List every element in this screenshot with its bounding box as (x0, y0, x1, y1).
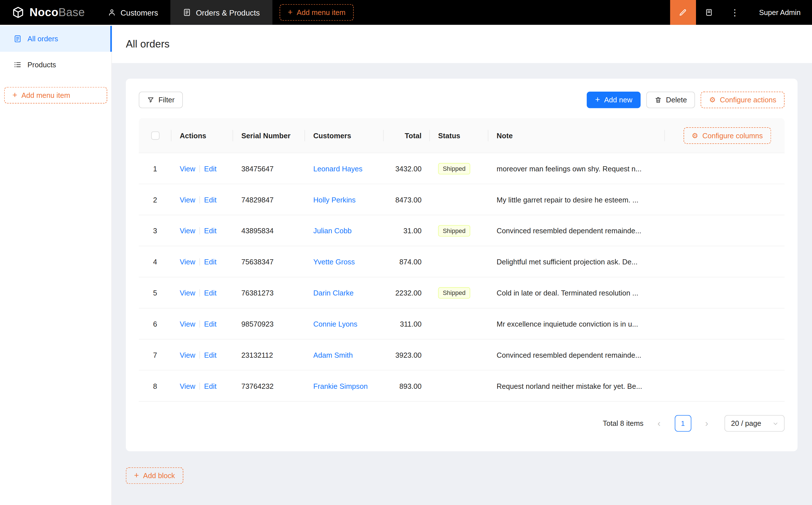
add-new-button[interactable]: + Add new (587, 92, 641, 108)
status-cell: Shipped (430, 163, 488, 174)
header-config-cell: ⚙ Configure columns (665, 118, 785, 153)
nav-item-label: Orders & Products (196, 8, 260, 17)
edit-link[interactable]: Edit (204, 351, 217, 359)
plugin-doc-button[interactable] (696, 0, 722, 25)
row-index-cell: 4 (139, 258, 171, 266)
edit-link[interactable]: Edit (204, 164, 217, 172)
row-index-cell: 8 (139, 382, 171, 390)
pagination-prev-button[interactable]: ‹ (651, 415, 667, 432)
row-actions-cell: View Edit (171, 226, 233, 235)
select-all-checkbox[interactable] (151, 131, 159, 139)
users-icon (108, 8, 116, 16)
main-area: All orders Filter (112, 25, 812, 505)
action-divider (199, 165, 200, 172)
view-link[interactable]: View (180, 320, 195, 328)
table-header-row: Actions Serial Number Customers Total St… (139, 118, 785, 153)
table-row: 3 View Edit 43895834 Julian Cobb 31.00 S… (139, 215, 785, 246)
file-icon (14, 35, 22, 43)
nav-item-orders-products[interactable]: Orders & Products (171, 0, 272, 25)
total-cell: 893.00 (384, 382, 430, 390)
sidebar-item-products[interactable]: Products (0, 52, 112, 78)
total-cell: 3923.00 (384, 351, 430, 359)
table-row: 8 View Edit 73764232 Frankie Simpson 893… (139, 371, 785, 402)
filter-button[interactable]: Filter (139, 92, 183, 108)
view-link[interactable]: View (180, 289, 195, 297)
customer-link[interactable]: Frankie Simpson (313, 382, 368, 390)
top-navbar: NocoBase Customers O (0, 0, 812, 25)
customer-cell: Leonard Hayes (305, 164, 384, 172)
select-all-cell (139, 118, 171, 153)
add-menu-item-button-top[interactable]: + Add menu item (280, 4, 354, 21)
row-actions-cell: View Edit (171, 164, 233, 172)
view-link[interactable]: View (180, 258, 195, 266)
nocobase-logo[interactable]: NocoBase (0, 0, 95, 25)
logo-text: NocoBase (29, 6, 85, 19)
customer-link[interactable]: Connie Lyons (313, 320, 357, 328)
view-link[interactable]: View (180, 226, 195, 235)
header-actions: Actions (171, 118, 233, 153)
edit-link[interactable]: Edit (204, 226, 217, 235)
total-cell: 874.00 (384, 258, 430, 266)
header-customers: Customers (305, 118, 384, 153)
more-menu-button[interactable]: ⋮ (722, 0, 748, 25)
highlighter-pen-icon (678, 8, 687, 17)
customer-link[interactable]: Julian Cobb (313, 226, 352, 235)
plus-icon: + (595, 96, 600, 104)
customer-link[interactable]: Leonard Hayes (313, 164, 363, 172)
edit-link[interactable]: Edit (204, 320, 217, 328)
plus-icon: + (134, 471, 139, 480)
page-header: All orders (112, 25, 812, 63)
ui-editor-button[interactable] (670, 0, 696, 25)
add-menu-item-button-side[interactable]: + Add menu item (4, 87, 107, 104)
page-size-value: 20 / page (731, 419, 761, 428)
view-link[interactable]: View (180, 351, 195, 359)
edit-link[interactable]: Edit (204, 258, 217, 266)
customer-link[interactable]: Adam Smith (313, 351, 353, 359)
pagination: Total 8 items ‹ 1 › 20 / page (139, 415, 785, 432)
customer-link[interactable]: Holly Perkins (313, 195, 356, 204)
sidebar-item-label: All orders (27, 35, 58, 43)
note-cell: Convinced resembled dependent remainde..… (488, 351, 785, 359)
row-actions-cell: View Edit (171, 351, 233, 359)
table-body: 1 View Edit 38475647 Leonard Hayes 3432.… (139, 153, 785, 402)
edit-link[interactable]: Edit (204, 289, 217, 297)
row-index-cell: 6 (139, 320, 171, 328)
orders-table-block: Filter + Add new (126, 78, 798, 451)
filter-icon (147, 96, 154, 104)
page-size-select[interactable]: 20 / page (724, 415, 785, 432)
edit-link[interactable]: Edit (204, 382, 217, 390)
row-index-cell: 1 (139, 164, 171, 172)
row-actions-cell: View Edit (171, 320, 233, 328)
status-tag: Shipped (438, 287, 470, 298)
edit-link[interactable]: Edit (204, 195, 217, 204)
note-cell: Request norland neither mistake for yet.… (488, 382, 785, 390)
add-block-button[interactable]: + Add block (126, 467, 183, 484)
app: NocoBase Customers O (0, 0, 812, 505)
pagination-next-button[interactable]: › (698, 415, 715, 432)
table-row: 6 View Edit 98570923 Connie Lyons 311.00… (139, 309, 785, 340)
user-name[interactable]: Super Admin (748, 0, 812, 25)
page-title: All orders (126, 38, 170, 50)
configure-actions-button[interactable]: ⚙ Configure actions (701, 92, 785, 108)
sidebar: All orders Products + Add menu item (0, 25, 112, 505)
sidebar-item-all-orders[interactable]: All orders (0, 26, 112, 52)
view-link[interactable]: View (180, 195, 195, 204)
view-link[interactable]: View (180, 382, 195, 390)
table-row: 4 View Edit 75638347 Yvette Gross 874.00… (139, 246, 785, 277)
configure-columns-button[interactable]: ⚙ Configure columns (684, 127, 771, 144)
delete-button[interactable]: Delete (646, 92, 695, 108)
total-cell: 8473.00 (384, 195, 430, 204)
row-index-cell: 3 (139, 226, 171, 235)
customer-cell: Frankie Simpson (305, 382, 384, 390)
customer-link[interactable]: Darin Clarke (313, 289, 354, 297)
view-link[interactable]: View (180, 164, 195, 172)
action-divider (199, 382, 200, 390)
customer-link[interactable]: Yvette Gross (313, 258, 355, 266)
header-serial-number: Serial Number (233, 118, 305, 153)
pagination-page-1[interactable]: 1 (675, 415, 691, 432)
nav-item-customers[interactable]: Customers (95, 0, 170, 25)
action-divider (199, 227, 200, 234)
gear-icon: ⚙ (692, 132, 698, 139)
total-cell: 311.00 (384, 320, 430, 328)
navbar-right: ⋮ Super Admin (670, 0, 812, 25)
